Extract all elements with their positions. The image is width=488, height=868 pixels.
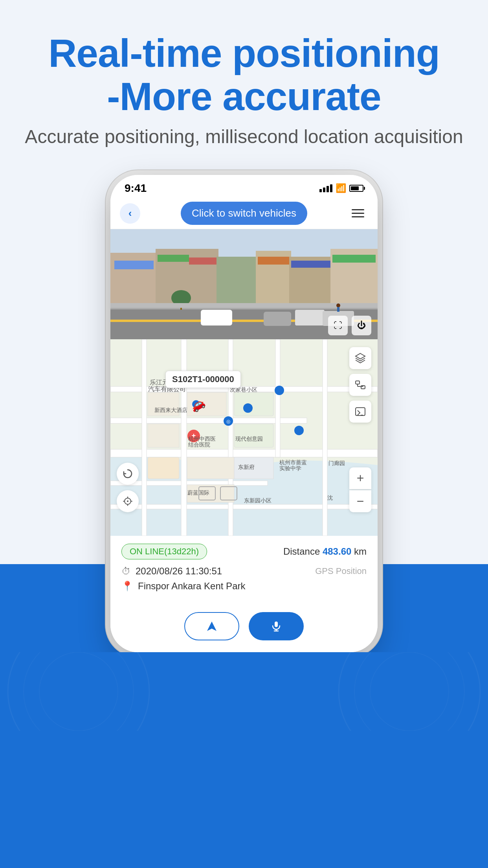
- zoom-in-button[interactable]: +: [349, 467, 371, 489]
- svg-rect-17: [264, 312, 291, 326]
- locate-button[interactable]: [117, 490, 139, 512]
- svg-text:杭州中西医: 杭州中西医: [188, 436, 216, 442]
- svg-text:现代创意园: 现代创意园: [235, 436, 263, 442]
- svg-point-27: [336, 303, 340, 307]
- header-section: Real-time positioning -More accurate Acc…: [0, 0, 488, 163]
- vehicle-label: S102T1-000000: [165, 371, 241, 388]
- location-text: Finspor Ankara Kent Park: [138, 581, 367, 592]
- svg-point-93: [39, 652, 118, 731]
- svg-point-54: [294, 426, 304, 435]
- svg-rect-32: [110, 449, 378, 457]
- svg-rect-25: [332, 255, 376, 263]
- microphone-icon: [270, 620, 282, 632]
- app-navbar: ‹ Click to switch vehicles: [110, 198, 378, 229]
- battery-icon: [349, 185, 363, 192]
- svg-rect-39: [323, 339, 327, 536]
- online-status-badge: ON LINE(13d22h): [121, 544, 207, 559]
- menu-line-1: [352, 209, 364, 210]
- svg-text:结合医院: 结合医院: [188, 441, 210, 448]
- svg-text:杭州市蔷蓝: 杭州市蔷蓝: [279, 459, 307, 465]
- svg-rect-35: [142, 339, 147, 536]
- switch-vehicles-button[interactable]: Click to switch vehicles: [181, 202, 307, 225]
- svg-rect-34: [110, 504, 378, 509]
- svg-rect-9: [189, 257, 216, 265]
- terminal-icon: [355, 406, 366, 417]
- svg-point-82: [127, 500, 128, 502]
- map-svg: + ◎ 乐江元通家 汽车有限公司 新西来大酒店 杭州中西医 结合医院 现代创意园…: [110, 339, 378, 536]
- wifi-icon: 📶: [336, 183, 346, 193]
- svg-text:东新府: 东新府: [238, 464, 255, 470]
- blue-bottom-section: [0, 652, 488, 731]
- zoom-out-button[interactable]: −: [349, 490, 371, 512]
- zoom-controls: + −: [349, 467, 371, 512]
- svg-point-94: [339, 652, 480, 731]
- svg-rect-18: [295, 310, 325, 326]
- svg-text:门廊园: 门廊园: [328, 460, 345, 466]
- svg-point-95: [354, 652, 464, 731]
- menu-line-3: [352, 216, 364, 217]
- phone-container: 9:41 📶 ‹ Click to switch vehicles: [110, 175, 378, 652]
- location-icon: 📍: [121, 581, 133, 592]
- locate-icon: [123, 496, 133, 506]
- signal-bars-icon: [319, 184, 332, 192]
- wave-pattern-svg: [0, 652, 488, 731]
- menu-line-2: [352, 213, 364, 214]
- info-panel: ON LINE(13d22h) Distance 483.60 km ⏱ 202…: [110, 536, 378, 606]
- map-controls-right: [349, 347, 371, 423]
- power-button[interactable]: ⏻: [352, 316, 371, 335]
- svg-rect-23: [258, 257, 289, 265]
- layers-icon: [355, 353, 366, 364]
- svg-text:◎: ◎: [226, 419, 230, 424]
- status-icons: 📶: [319, 183, 363, 193]
- svg-rect-41: [148, 424, 179, 447]
- menu-button[interactable]: [348, 203, 368, 224]
- datetime-row: ⏱ 2020/08/26 11:30:51 GPS Position: [121, 566, 367, 577]
- route-button[interactable]: [349, 374, 371, 396]
- gps-label: GPS Position: [315, 566, 367, 576]
- svg-point-96: [370, 652, 449, 731]
- refresh-icon: [123, 469, 133, 479]
- phone-frame: 9:41 📶 ‹ Click to switch vehicles: [110, 175, 378, 652]
- terminal-button[interactable]: [349, 401, 371, 423]
- status-time: 9:41: [125, 182, 147, 195]
- svg-rect-8: [158, 255, 189, 262]
- status-distance-row: ON LINE(13d22h) Distance 483.60 km: [121, 544, 367, 559]
- svg-rect-28: [337, 307, 339, 312]
- svg-marker-73: [356, 353, 365, 359]
- svg-text:实验中学: 实验中学: [279, 465, 301, 471]
- layers-button[interactable]: [349, 347, 371, 369]
- navigation-icon: [206, 620, 218, 632]
- datetime-text: 2020/08/26 11:30:51: [136, 566, 315, 577]
- voice-button[interactable]: [249, 612, 304, 640]
- subtitle-text: Accurate positioning, millisecond locati…: [24, 126, 464, 147]
- back-button[interactable]: ‹: [120, 203, 140, 224]
- map-controls-left: [117, 463, 139, 512]
- svg-rect-48: [148, 457, 179, 479]
- svg-rect-38: [275, 339, 280, 457]
- navigation-button[interactable]: [184, 612, 239, 640]
- svg-rect-43: [234, 392, 273, 416]
- svg-rect-7: [114, 261, 154, 269]
- action-buttons: [110, 606, 378, 652]
- status-bar: 9:41 📶: [110, 175, 378, 198]
- map-area[interactable]: + ◎ 乐江元通家 汽车有限公司 新西来大酒店 杭州中西医 结合医院 现代创意园…: [110, 339, 378, 536]
- svg-rect-37: [228, 339, 233, 536]
- svg-point-92: [24, 652, 134, 731]
- svg-point-53: [275, 386, 284, 395]
- svg-rect-79: [356, 408, 365, 416]
- main-title: Real-time positioning -More accurate: [24, 31, 464, 118]
- svg-text:新西来大酒店: 新西来大酒店: [154, 407, 187, 413]
- fullscreen-button[interactable]: ⛶: [328, 316, 348, 335]
- clock-icon: ⏱: [121, 566, 131, 577]
- svg-text:东新园小区: 东新园小区: [244, 497, 272, 504]
- svg-rect-36: [181, 339, 187, 536]
- refresh-button[interactable]: [117, 463, 139, 485]
- svg-point-91: [8, 652, 149, 731]
- svg-rect-74: [356, 381, 360, 384]
- route-icon: [355, 379, 366, 390]
- svg-rect-24: [291, 261, 330, 268]
- svg-marker-87: [207, 622, 216, 631]
- location-row: 📍 Finspor Ankara Kent Park: [121, 581, 367, 592]
- svg-rect-6: [216, 257, 256, 308]
- street-view: ⛶ ⏻: [110, 229, 378, 339]
